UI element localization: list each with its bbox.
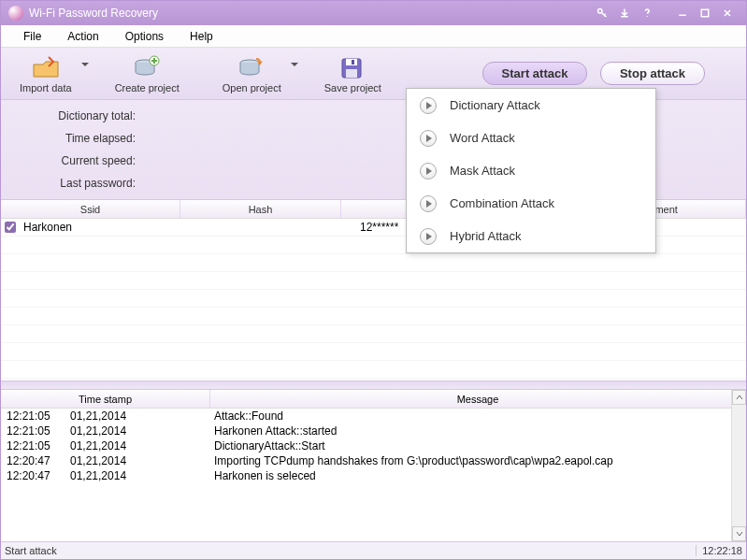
- log-row[interactable]: 12:21:0501,21,2014DictionaryAttack::Star…: [1, 438, 746, 453]
- play-icon: [420, 130, 437, 147]
- col-ssid[interactable]: Ssid: [1, 200, 180, 218]
- col-hash[interactable]: Hash: [180, 200, 341, 218]
- cell-time: 12:21:05: [1, 439, 66, 452]
- play-icon: [420, 97, 437, 114]
- import-data-button[interactable]: Import data: [14, 51, 78, 95]
- current-speed-label: Current speed:: [27, 154, 139, 167]
- attack-menu-label: Mask Attack: [450, 164, 515, 178]
- svg-rect-8: [352, 60, 354, 65]
- attack-menu-label: Word Attack: [450, 131, 515, 145]
- scroll-up-icon[interactable]: [732, 390, 746, 405]
- floppy-save-icon: [338, 53, 366, 81]
- menu-file[interactable]: File: [10, 27, 54, 46]
- last-password-label: Last password:: [27, 177, 139, 190]
- create-project-label: Create project: [115, 82, 180, 93]
- play-icon: [420, 228, 437, 245]
- cell-message: Attack::Found: [210, 409, 746, 423]
- start-attack-button[interactable]: Start attack: [482, 62, 587, 85]
- scroll-down-icon[interactable]: [732, 526, 746, 541]
- import-data-label: Import data: [20, 82, 72, 93]
- attack-type-menu: Dictionary AttackWord AttackMask AttackC…: [406, 88, 656, 253]
- menubar: File Action Options Help: [1, 25, 746, 48]
- disk-new-icon: [133, 53, 161, 81]
- log-row[interactable]: 12:21:0501,21,2014Attack::Found: [1, 409, 746, 424]
- cell-ssid: Harkonen: [20, 221, 180, 234]
- attack-menu-item[interactable]: Dictionary Attack: [407, 89, 655, 122]
- stop-attack-button[interactable]: Stop attack: [600, 62, 705, 85]
- attack-menu-label: Dictionary Attack: [450, 98, 540, 112]
- attack-menu-item[interactable]: Hybrid Attack: [407, 220, 655, 252]
- chevron-down-icon[interactable]: [81, 63, 89, 66]
- cell-date: 01,21,2014: [66, 439, 210, 452]
- cell-date: 01,21,2014: [66, 469, 210, 482]
- app-icon: [8, 6, 23, 21]
- folder-import-icon: [32, 53, 60, 81]
- table-row[interactable]: [1, 254, 746, 272]
- status-text: Start attack: [5, 545, 696, 556]
- cell-date: 01,21,2014: [66, 424, 210, 438]
- table-row[interactable]: [1, 308, 746, 325]
- cell-message: Harkonen is seleced: [210, 469, 746, 482]
- menu-action[interactable]: Action: [54, 27, 111, 46]
- svg-rect-1: [701, 9, 709, 17]
- menu-help[interactable]: Help: [177, 27, 226, 46]
- help-icon[interactable]: [638, 6, 656, 21]
- create-project-button[interactable]: Create project: [109, 51, 185, 95]
- cell-time: 12:20:47: [1, 469, 66, 482]
- log-scrollbar[interactable]: [731, 390, 746, 541]
- cell-message: Harkonen Attack::started: [210, 424, 746, 438]
- maximize-icon[interactable]: [696, 6, 714, 21]
- open-project-button[interactable]: Open project: [217, 51, 287, 95]
- chevron-down-icon[interactable]: [291, 63, 298, 66]
- attack-menu-item[interactable]: Mask Attack: [407, 154, 655, 187]
- log-table: Time stamp Message 12:21:0501,21,2014Att…: [1, 390, 746, 541]
- attack-menu-label: Hybrid Attack: [450, 229, 522, 243]
- play-icon: [420, 195, 437, 212]
- col-timestamp[interactable]: Time stamp: [1, 390, 210, 408]
- disk-open-icon: [237, 53, 266, 81]
- log-table-header: Time stamp Message: [1, 390, 746, 409]
- table-row[interactable]: [1, 343, 746, 361]
- key-icon[interactable]: [593, 6, 611, 21]
- cell-date: 01,21,2014: [66, 454, 210, 467]
- col-message[interactable]: Message: [210, 390, 746, 408]
- cell-time: 12:20:47: [1, 454, 66, 467]
- time-elapsed-label: Time elapsed:: [27, 132, 139, 145]
- table-row[interactable]: [1, 290, 746, 308]
- status-clock: 12:22:18: [696, 545, 742, 556]
- splitter[interactable]: [1, 381, 746, 390]
- minimize-icon[interactable]: [673, 6, 692, 21]
- cell-time: 12:21:05: [1, 424, 66, 438]
- table-row[interactable]: [1, 361, 746, 379]
- row-checkbox[interactable]: [5, 222, 16, 233]
- save-project-label: Save project: [324, 82, 381, 93]
- table-row[interactable]: [1, 325, 746, 343]
- menu-options[interactable]: Options: [112, 27, 177, 46]
- attack-menu-item[interactable]: Combination Attack: [407, 187, 655, 220]
- log-row[interactable]: 12:20:4701,21,2014Harkonen is seleced: [1, 468, 746, 483]
- svg-rect-7: [346, 69, 357, 78]
- attack-menu-label: Combination Attack: [450, 196, 554, 210]
- open-project-label: Open project: [223, 82, 281, 93]
- save-project-button[interactable]: Save project: [319, 51, 387, 95]
- dictionary-total-label: Dictionary total:: [27, 109, 139, 122]
- log-row[interactable]: 12:20:4701,21,2014Importing TCPdump hand…: [1, 453, 746, 468]
- attack-menu-item[interactable]: Word Attack: [407, 122, 655, 154]
- titlebar: Wi-Fi Password Recovery: [1, 1, 746, 25]
- statusbar: Start attack 12:22:18: [1, 541, 746, 559]
- window-title: Wi-Fi Password Recovery: [29, 7, 591, 20]
- table-row[interactable]: [1, 272, 746, 290]
- log-row[interactable]: 12:21:0501,21,2014Harkonen Attack::start…: [1, 424, 746, 438]
- play-icon: [420, 163, 437, 179]
- close-icon[interactable]: [718, 6, 737, 21]
- cell-date: 01,21,2014: [66, 409, 210, 423]
- cell-time: 12:21:05: [1, 409, 66, 423]
- download-icon[interactable]: [615, 6, 634, 21]
- cell-message: Importing TCPdump handshakes from G:\pro…: [210, 454, 746, 467]
- cell-message: DictionaryAttack::Start: [210, 439, 746, 452]
